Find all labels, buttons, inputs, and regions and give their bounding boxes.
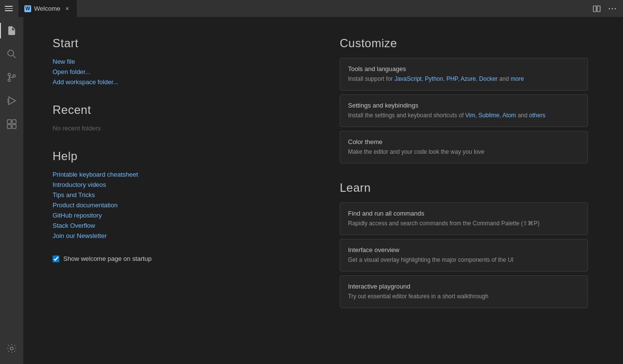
- extensions-icon[interactable]: [0, 112, 23, 136]
- tools-more-link[interactable]: more: [511, 75, 524, 82]
- svg-point-8: [8, 73, 11, 76]
- settings-card-desc: Install the settings and keyboard shortc…: [348, 111, 580, 120]
- left-column: Start New file Open folder... Add worksp…: [53, 36, 301, 312]
- settings-card-title: Settings and keybindings: [348, 102, 580, 109]
- svg-point-6: [8, 50, 14, 56]
- tab-file-icon: W: [24, 5, 31, 12]
- newsletter-link[interactable]: Join our Newsletter: [53, 232, 301, 239]
- settings-and: and: [518, 112, 529, 119]
- welcome-content: Start New file Open folder... Add worksp…: [23, 17, 623, 364]
- explorer-icon[interactable]: [0, 19, 23, 42]
- tab-label: Welcome: [34, 5, 60, 12]
- tools-and: and: [499, 75, 511, 82]
- show-welcome-checkbox[interactable]: [53, 255, 59, 262]
- color-theme-card[interactable]: Color theme Make the editor and your cod…: [340, 131, 588, 164]
- azure-link[interactable]: Azure: [460, 75, 476, 82]
- activity-bar: [0, 17, 23, 364]
- color-card-desc: Make the editor and your code look the w…: [348, 147, 580, 156]
- interactive-playground-desc: Try out essential editor features in a s…: [348, 292, 580, 301]
- tips-tricks-link[interactable]: Tips and Tricks: [53, 191, 301, 199]
- product-docs-link[interactable]: Product documentation: [53, 201, 301, 209]
- svg-rect-16: [7, 120, 11, 124]
- others-link[interactable]: others: [529, 112, 545, 119]
- split-editor-button[interactable]: [591, 3, 603, 15]
- svg-point-10: [13, 75, 16, 77]
- stack-overflow-link[interactable]: Stack Overflow: [53, 222, 301, 229]
- interface-overview-title: Interface overview: [348, 246, 580, 254]
- welcome-grid: Start New file Open folder... Add worksp…: [53, 36, 588, 312]
- svg-line-7: [13, 55, 16, 58]
- learn-section: Learn Find and run all commands Rapidly …: [340, 181, 588, 308]
- svg-rect-17: [12, 120, 16, 124]
- keyboard-cheatsheet-link[interactable]: Printable keyboard cheatsheet: [53, 171, 301, 178]
- titlebar: W Welcome ×: [0, 0, 623, 17]
- tools-card-desc: Install support for JavaScript, Python, …: [348, 74, 580, 83]
- svg-rect-18: [7, 125, 11, 128]
- atom-link[interactable]: Atom: [502, 112, 516, 119]
- svg-rect-0: [593, 6, 596, 12]
- start-section: Start New file Open folder... Add worksp…: [53, 36, 301, 86]
- menu-icon[interactable]: [5, 4, 15, 14]
- help-title: Help: [53, 149, 301, 163]
- learn-title: Learn: [340, 181, 588, 195]
- settings-desc-prefix: Install the settings and keyboard shortc…: [348, 112, 465, 119]
- sublime-link[interactable]: Sublime: [478, 112, 499, 119]
- python-link[interactable]: Python: [425, 75, 443, 82]
- php-link[interactable]: PHP: [446, 75, 458, 82]
- customize-title: Customize: [340, 36, 588, 50]
- vim-link[interactable]: Vim: [465, 112, 475, 119]
- welcome-tab[interactable]: W Welcome ×: [18, 0, 77, 17]
- svg-point-3: [612, 8, 613, 9]
- find-commands-desc: Rapidly access and search commands from …: [348, 219, 580, 228]
- svg-point-4: [615, 8, 616, 9]
- svg-point-9: [8, 79, 11, 82]
- help-section: Help Printable keyboard cheatsheet Intro…: [53, 149, 301, 239]
- tab-close-button[interactable]: ×: [63, 5, 71, 13]
- right-column: Customize Tools and languages Install su…: [340, 36, 588, 312]
- interactive-playground-card[interactable]: Interactive playground Try out essential…: [340, 275, 588, 308]
- new-file-link[interactable]: New file: [53, 58, 301, 65]
- customize-section: Customize Tools and languages Install su…: [340, 36, 588, 164]
- more-actions-button[interactable]: [606, 3, 618, 15]
- settings-keybindings-card[interactable]: Settings and keybindings Install the set…: [340, 94, 588, 127]
- add-workspace-link[interactable]: Add workspace folder...: [53, 78, 301, 86]
- find-run-commands-card[interactable]: Find and run all commands Rapidly access…: [340, 202, 588, 235]
- svg-point-20: [10, 347, 13, 350]
- svg-point-2: [609, 8, 610, 9]
- open-folder-link[interactable]: Open folder...: [53, 68, 301, 75]
- interface-overview-card[interactable]: Interface overview Get a visual overlay …: [340, 239, 588, 272]
- github-repo-link[interactable]: GitHub repository: [53, 212, 301, 219]
- start-title: Start: [53, 36, 301, 50]
- recent-title: Recent: [53, 103, 301, 117]
- show-welcome-label[interactable]: Show welcome page on startup: [63, 255, 151, 262]
- tab-area: W Welcome ×: [18, 0, 591, 17]
- tools-desc-prefix: Install support for: [348, 75, 394, 82]
- svg-marker-12: [9, 97, 16, 105]
- interface-overview-desc: Get a visual overlay highlighting the ma…: [348, 255, 580, 264]
- no-recent-text: No recent folders: [53, 125, 301, 132]
- settings-icon[interactable]: [0, 337, 23, 360]
- svg-rect-1: [597, 6, 600, 12]
- tools-card-title: Tools and languages: [348, 65, 580, 73]
- search-icon[interactable]: [0, 42, 23, 66]
- docker-link[interactable]: Docker: [479, 75, 497, 82]
- titlebar-actions: [591, 3, 618, 15]
- tools-languages-card[interactable]: Tools and languages Install support for …: [340, 58, 588, 91]
- main-layout: Start New file Open folder... Add worksp…: [0, 17, 623, 364]
- interactive-playground-title: Interactive playground: [348, 283, 580, 290]
- recent-section: Recent No recent folders: [53, 103, 301, 132]
- svg-rect-19: [12, 125, 16, 128]
- js-link[interactable]: JavaScript: [394, 75, 421, 82]
- activity-bottom: [0, 337, 23, 364]
- source-control-icon[interactable]: [0, 66, 23, 89]
- run-debug-icon[interactable]: [0, 89, 23, 112]
- startup-checkbox-row: Show welcome page on startup: [53, 255, 301, 262]
- find-commands-title: Find and run all commands: [348, 210, 580, 217]
- introductory-videos-link[interactable]: Introductory videos: [53, 181, 301, 188]
- color-card-title: Color theme: [348, 138, 580, 146]
